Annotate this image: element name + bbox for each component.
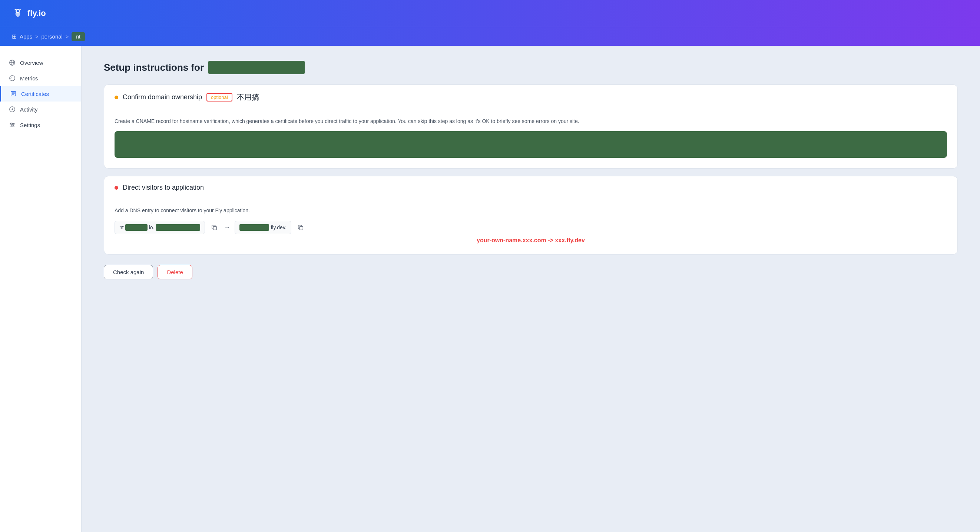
confirm-domain-body: Create a CNAME record for hostname verif… — [104, 110, 958, 168]
fly-logo-icon — [12, 7, 24, 19]
sidebar-metrics-label: Metrics — [20, 75, 38, 81]
navbar: fly.io — [0, 0, 980, 27]
direct-visitors-title: Direct visitors to application — [123, 184, 204, 192]
breadcrumb-sep1: > — [35, 34, 38, 40]
dns-source-mask1 — [125, 224, 148, 231]
svg-point-17 — [11, 123, 12, 124]
sidebar-item-activity[interactable]: Activity — [0, 102, 81, 117]
app-layout: Overview Metrics Certificates — [0, 46, 980, 532]
dns-prefix-text: nt — [119, 224, 124, 230]
dns-mid-text: io. — [149, 224, 154, 230]
sidebar-item-metrics[interactable]: Metrics — [0, 70, 81, 86]
svg-rect-21 — [299, 226, 303, 230]
annotation-dns-text: your-own-name.xxx.com -> xxx.fly.dev — [115, 237, 947, 244]
status-dot-yellow — [115, 95, 118, 99]
domain-mask — [208, 61, 305, 74]
breadcrumb-sep2: > — [65, 34, 68, 40]
activity-icon — [9, 106, 16, 113]
sidebar: Overview Metrics Certificates — [0, 46, 81, 532]
dns-source-mask2 — [156, 224, 200, 231]
optional-badge: optional — [207, 93, 232, 102]
logo-text: fly.io — [27, 8, 46, 18]
status-dot-red — [115, 186, 118, 190]
sliders-icon — [9, 122, 16, 128]
dns-target-field: fly.dev. — [235, 221, 291, 234]
sidebar-activity-label: Activity — [20, 106, 38, 113]
copy-target-icon — [297, 224, 304, 231]
svg-point-13 — [12, 109, 13, 110]
svg-point-1 — [17, 10, 19, 12]
cname-block — [115, 131, 947, 158]
copy-source-button[interactable] — [209, 223, 219, 232]
confirm-domain-description: Create a CNAME record for hostname verif… — [115, 117, 947, 125]
sidebar-overview-label: Overview — [20, 60, 43, 66]
svg-rect-20 — [213, 226, 217, 230]
certificate-icon — [10, 91, 17, 97]
dns-target-suffix: fly.dev. — [270, 224, 286, 230]
delete-button[interactable]: Delete — [158, 265, 192, 279]
direct-visitors-card: Direct visitors to application Add a DNS… — [104, 176, 958, 254]
page-title-prefix: Setup instructions for — [104, 62, 204, 73]
breadcrumb-bar: ⊞ Apps > personal > nt — [0, 27, 980, 46]
confirm-domain-card: Confirm domain ownership optional 不用搞 Cr… — [104, 84, 958, 168]
action-buttons: Check again Delete — [104, 265, 958, 279]
check-again-button[interactable]: Check again — [104, 265, 153, 279]
dns-source-field: nt io. — [115, 221, 205, 234]
copy-icon — [211, 224, 218, 231]
globe-icon — [9, 59, 16, 66]
logo[interactable]: fly.io — [12, 7, 46, 19]
svg-point-18 — [13, 124, 14, 125]
dns-target-mask — [239, 224, 269, 231]
sidebar-certificates-label: Certificates — [21, 91, 49, 97]
sidebar-settings-label: Settings — [20, 122, 40, 128]
sidebar-item-certificates[interactable]: Certificates — [0, 86, 81, 102]
breadcrumb-personal[interactable]: personal — [41, 33, 63, 40]
confirm-domain-title: Confirm domain ownership — [123, 94, 202, 101]
main-content: Setup instructions for Confirm domain ow… — [81, 46, 980, 532]
breadcrumb-current: nt — [72, 32, 85, 41]
direct-visitors-header: Direct visitors to application — [104, 176, 958, 199]
annotation-no-need: 不用搞 — [237, 92, 259, 102]
gauge-icon — [9, 75, 16, 81]
dns-entry-row: nt io. → fly. — [115, 221, 947, 234]
page-title: Setup instructions for — [104, 61, 958, 74]
confirm-domain-header: Confirm domain ownership optional 不用搞 — [104, 85, 958, 110]
apps-grid-icon: ⊞ — [12, 33, 17, 40]
svg-point-19 — [11, 125, 12, 127]
direct-visitors-body: Add a DNS entry to connect visitors to y… — [104, 199, 958, 254]
sidebar-item-settings[interactable]: Settings — [0, 117, 81, 133]
breadcrumb-apps[interactable]: Apps — [20, 33, 32, 40]
direct-visitors-description: Add a DNS entry to connect visitors to y… — [115, 206, 947, 214]
copy-target-button[interactable] — [296, 223, 305, 232]
arrow-separator: → — [223, 223, 230, 231]
sidebar-item-overview[interactable]: Overview — [0, 55, 81, 70]
